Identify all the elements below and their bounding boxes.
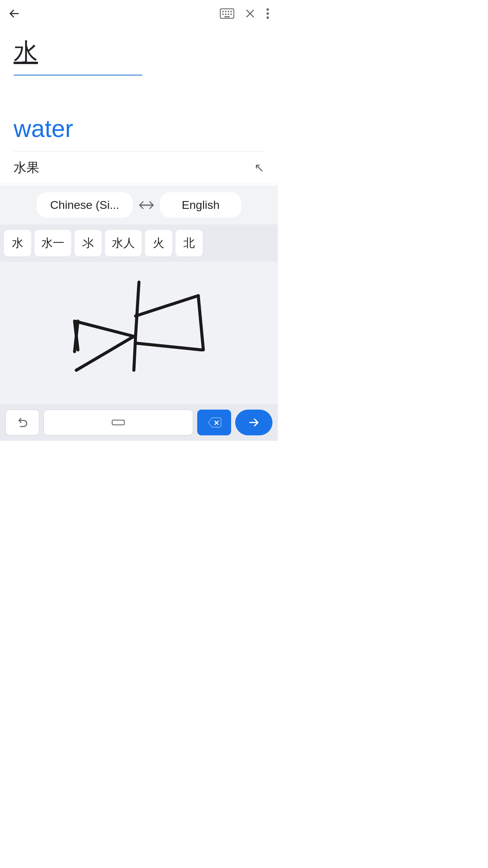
suggestion-text: 水果 <box>14 159 39 176</box>
space-button[interactable] <box>43 410 193 435</box>
char-chip-2[interactable]: 氺 <box>75 230 102 256</box>
handwriting-area[interactable] <box>0 262 278 404</box>
back-button[interactable] <box>8 7 20 20</box>
char-suggestions-bar: 水 水一 氺 水人 火 北 <box>0 224 278 262</box>
svg-rect-9 <box>224 16 230 17</box>
svg-rect-4 <box>230 11 232 12</box>
svg-rect-8 <box>230 14 232 15</box>
source-text: 水 <box>14 37 264 66</box>
svg-rect-6 <box>225 14 226 15</box>
language-selector: Chinese (Si... English <box>0 185 278 224</box>
target-language-button[interactable]: English <box>160 192 241 218</box>
char-chip-0[interactable]: 水 <box>4 230 31 256</box>
char-chip-3[interactable]: 水人 <box>105 230 142 256</box>
svg-rect-1 <box>222 11 224 12</box>
source-area[interactable]: 水 <box>0 27 278 102</box>
svg-rect-13 <box>112 420 124 425</box>
svg-rect-5 <box>222 14 224 15</box>
svg-rect-3 <box>228 11 229 12</box>
enter-button[interactable] <box>235 410 272 435</box>
translation-text: water <box>14 114 264 143</box>
undo-button[interactable] <box>5 410 39 435</box>
top-bar <box>0 0 278 27</box>
delete-button[interactable] <box>197 410 231 435</box>
char-chip-5[interactable]: 北 <box>176 230 203 256</box>
svg-point-12 <box>267 17 269 19</box>
char-chip-4[interactable]: 火 <box>145 230 172 256</box>
translation-area: water <box>0 102 278 151</box>
source-underline <box>14 75 142 76</box>
keyboard-toolbar <box>0 404 278 441</box>
char-chip-1[interactable]: 水一 <box>35 230 71 256</box>
language-swap-button[interactable] <box>133 195 160 215</box>
keyboard-icon[interactable] <box>220 7 235 20</box>
svg-rect-2 <box>225 11 226 12</box>
suggestion-arrow-icon: ↖ <box>254 161 264 175</box>
svg-point-11 <box>267 13 269 15</box>
close-button[interactable] <box>244 7 256 20</box>
suggestion-row[interactable]: 水果 ↖ <box>0 152 278 184</box>
source-language-button[interactable]: Chinese (Si... <box>37 192 133 218</box>
more-menu-button[interactable] <box>266 7 270 20</box>
svg-rect-7 <box>228 14 229 15</box>
svg-point-10 <box>267 8 269 11</box>
